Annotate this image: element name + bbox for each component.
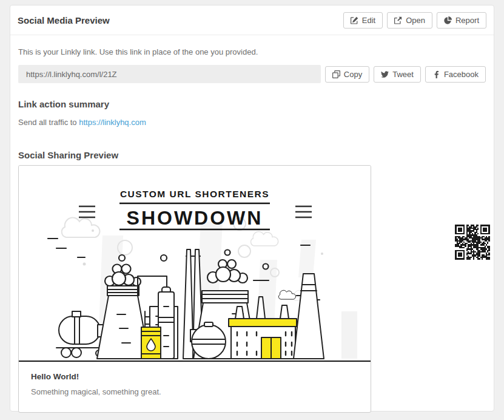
copy-button[interactable]: Copy xyxy=(325,66,369,83)
page-title: Social Media Preview xyxy=(18,15,110,25)
share-card-description: Something magical, something great. xyxy=(31,387,358,396)
external-link-icon xyxy=(394,16,402,24)
link-action-summary-heading: Link action summary xyxy=(18,99,486,109)
short-link-input[interactable] xyxy=(18,65,321,83)
header-actions: Edit Open Report xyxy=(343,12,486,29)
industrial-skyline xyxy=(56,249,324,359)
open-button[interactable]: Open xyxy=(387,12,432,29)
illustration-headline: CUSTOM URL SHORTENERS SHOWDOWN xyxy=(79,189,312,229)
qr-code-image xyxy=(454,223,491,261)
social-share-card: CUSTOM URL SHORTENERS SHOWDOWN xyxy=(18,165,371,413)
short-link-row: Copy Tweet Facebook xyxy=(18,65,486,83)
share-card-title: Hello World! xyxy=(31,372,358,381)
qr-code xyxy=(454,223,491,261)
hamburger-flourish-left xyxy=(79,206,95,217)
headline-main-text: SHOWDOWN xyxy=(127,207,263,229)
social-media-preview-panel: Social Media Preview Edit Open Report Th… xyxy=(10,5,494,412)
destination-link[interactable]: https://linklyhq.com xyxy=(79,118,146,127)
share-card-illustration: CUSTOM URL SHORTENERS SHOWDOWN xyxy=(19,166,371,362)
share-card-footer: Hello World! Something magical, somethin… xyxy=(19,362,371,412)
dark-clouds-and-smoke xyxy=(48,239,320,300)
report-button[interactable]: Report xyxy=(437,12,486,29)
edit-button[interactable]: Edit xyxy=(343,12,383,29)
send-all-traffic-text: Send all traffic to xyxy=(18,118,77,127)
hamburger-flourish-right xyxy=(295,206,312,217)
pie-chart-icon xyxy=(444,16,452,24)
edit-icon xyxy=(351,16,358,24)
copy-icon xyxy=(332,70,340,78)
factory-building xyxy=(229,297,297,359)
tweet-button[interactable]: Tweet xyxy=(374,66,421,83)
headline-top-text: CUSTOM URL SHORTENERS xyxy=(120,189,269,199)
panel-header: Social Media Preview Edit Open Report xyxy=(10,5,494,35)
cooling-tower-right xyxy=(294,274,324,359)
twitter-icon xyxy=(381,70,389,78)
send-all-traffic-row: Send all traffic to https://linklyhq.com xyxy=(18,118,486,127)
social-sharing-preview-heading: Social Sharing Preview xyxy=(18,150,486,160)
facebook-button[interactable]: Facebook xyxy=(425,66,486,83)
panel-body: This is your Linkly link. Use this link … xyxy=(10,35,494,419)
intro-text: This is your Linkly link. Use this link … xyxy=(18,47,486,56)
facebook-icon xyxy=(432,70,440,78)
oil-barrel xyxy=(141,327,161,359)
